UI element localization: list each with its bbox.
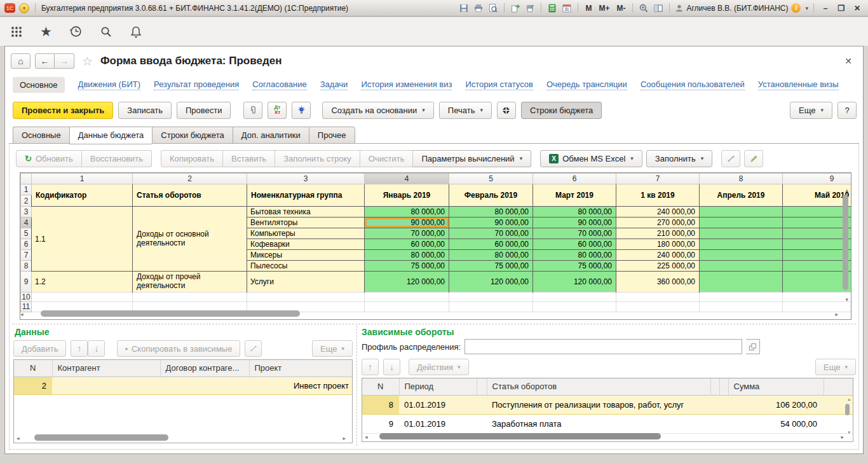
attachments-button[interactable]: [243, 102, 262, 119]
send-document-icon[interactable]: [510, 3, 521, 13]
more-button[interactable]: Еще▾: [790, 102, 832, 119]
close-window-button[interactable]: ✕: [851, 4, 864, 13]
nav-item-main[interactable]: Основное: [13, 77, 65, 93]
header-codifier[interactable]: Кодификатор: [32, 184, 133, 207]
codifier-cell[interactable]: 1.2: [32, 272, 133, 293]
restore-button[interactable]: ❐: [835, 4, 848, 13]
scroll-thumb[interactable]: [34, 434, 168, 441]
favorite-star-icon[interactable]: ☆: [82, 54, 93, 69]
info-dropdown-icon[interactable]: ▾: [805, 5, 808, 11]
post-and-close-button[interactable]: Провести и закрыть: [13, 102, 113, 119]
memory-minus-button[interactable]: М-: [614, 4, 627, 13]
grid-menu-icon[interactable]: [10, 25, 23, 38]
budget-lines-button[interactable]: Строки бюджета: [521, 102, 602, 119]
nav-link-user-messages[interactable]: Сообщения пользователей: [641, 79, 745, 90]
zoom-icon[interactable]: [638, 3, 649, 13]
scroll-thumb[interactable]: [41, 310, 300, 317]
home-button[interactable]: ⌂: [11, 53, 31, 69]
nav-link-visa-history[interactable]: История изменения виз: [361, 79, 452, 90]
actions-button[interactable]: Действия▾: [409, 359, 469, 375]
header-article[interactable]: Статья оборотов: [133, 184, 247, 207]
create-based-on-button[interactable]: Создать на основании▾: [322, 102, 433, 119]
add-button[interactable]: Добавить: [13, 340, 66, 357]
fill-button[interactable]: Заполнить▾: [646, 150, 712, 167]
save-icon[interactable]: [458, 3, 470, 13]
swap-button[interactable]: [721, 150, 740, 167]
scroll-thumb[interactable]: [843, 195, 848, 290]
move-down-button[interactable]: ↓: [88, 340, 105, 357]
copy-to-dependent-button[interactable]: ▸ Скопировать в зависимые: [117, 340, 240, 357]
header-feb[interactable]: Февраль 2019: [449, 184, 533, 207]
move-up-button[interactable]: ↑: [362, 359, 379, 375]
header-apr[interactable]: Апрель 2019: [700, 184, 783, 207]
sheet-vertical-scrollbar[interactable]: ▴ ▾: [843, 195, 849, 295]
dependent-table[interactable]: N Период Статья оборотов Сумма 8 01.01.2…: [362, 378, 853, 442]
move-up-button[interactable]: ↑: [71, 340, 88, 357]
nav-link-movements[interactable]: Движения (БИТ): [78, 79, 140, 90]
paste-button[interactable]: Вставить: [223, 150, 275, 167]
selected-cell[interactable]: 90 000,00: [365, 218, 449, 228]
sheet-horizontal-scrollbar[interactable]: ◂ ▸: [24, 310, 834, 317]
history-icon[interactable]: [69, 25, 83, 38]
splitter[interactable]: [12, 324, 856, 324]
help-button[interactable]: ?: [837, 102, 857, 119]
article-cell[interactable]: Доходы от основной деятельности: [133, 207, 247, 272]
forward-button[interactable]: →: [55, 53, 74, 69]
main-menu-button[interactable]: ▾: [19, 3, 29, 13]
info-icon[interactable]: i: [791, 3, 801, 13]
calculator-icon[interactable]: [546, 3, 558, 13]
notifications-bell-icon[interactable]: [130, 25, 142, 38]
hint-button[interactable]: [292, 102, 311, 119]
move-down-button[interactable]: ↓: [383, 359, 400, 375]
header-q1[interactable]: 1 кв 2019: [616, 184, 700, 207]
nav-link-tasks[interactable]: Задачи: [320, 79, 348, 90]
write-button[interactable]: Записать: [118, 102, 172, 119]
back-button[interactable]: ←: [35, 53, 55, 69]
calc-params-button[interactable]: Параметры вычислений▾: [413, 150, 531, 167]
post-button[interactable]: Провести: [177, 102, 231, 119]
horizontal-scrollbar[interactable]: ◂ ▸: [370, 433, 839, 440]
edit-button[interactable]: [744, 150, 763, 167]
memory-button[interactable]: М: [583, 4, 593, 13]
dtkt-button[interactable]: ДтКт: [268, 102, 287, 119]
header-jan[interactable]: Январь 2019: [365, 184, 449, 207]
header-may[interactable]: Май 2019: [783, 184, 852, 207]
nav-link-approval[interactable]: Согласование: [252, 79, 306, 90]
split-view-icon[interactable]: [653, 3, 664, 13]
excel-exchange-button[interactable]: X Обмен MS Excel▾: [540, 150, 642, 167]
memory-plus-button[interactable]: М+: [597, 4, 611, 13]
tab-budget-lines[interactable]: Строки бюджета: [152, 127, 232, 144]
header-nomenclature[interactable]: Номенклатурная группа: [247, 184, 365, 207]
tab-budget-data[interactable]: Данные бюджета: [69, 127, 153, 144]
clear-button[interactable]: Очистить: [360, 150, 414, 167]
minimize-button[interactable]: –: [819, 4, 832, 13]
nav-link-post-result[interactable]: Результат проведения: [154, 79, 239, 90]
more-button[interactable]: Еще▾: [815, 359, 856, 375]
tab-other[interactable]: Прочее: [309, 127, 355, 144]
tab-main[interactable]: Основные: [13, 127, 69, 144]
vertical-scrollbar[interactable]: ▴ ▾: [845, 399, 851, 432]
close-form-icon[interactable]: ✕: [844, 56, 852, 66]
article-cell[interactable]: Доходы от прочей деятельности: [133, 272, 247, 293]
collapse-button[interactable]: [497, 102, 516, 119]
codifier-cell[interactable]: 1.1: [32, 207, 133, 272]
calendar-icon[interactable]: 31: [561, 3, 573, 13]
tab-extra-analytics[interactable]: Доп. аналитики: [233, 127, 309, 144]
scroll-thumb[interactable]: [379, 433, 661, 439]
fill-row-button[interactable]: Заполнить строку: [275, 150, 360, 167]
receive-document-icon[interactable]: [524, 3, 536, 13]
restore-button[interactable]: Восстановить: [82, 150, 152, 167]
nav-link-status-history[interactable]: История статусов: [465, 79, 533, 90]
nav-link-translation-queue[interactable]: Очередь трансляции: [546, 79, 627, 90]
splitter[interactable]: [356, 326, 357, 446]
scroll-thumb[interactable]: [845, 404, 850, 415]
swap-button[interactable]: [245, 340, 262, 357]
print-preview-icon[interactable]: [487, 3, 499, 13]
current-user[interactable]: Агличев В.В. (БИТ.ФИНАНС): [675, 4, 788, 13]
data-table[interactable]: N Контрагент Договор контраге... Проект …: [13, 359, 353, 443]
header-mar[interactable]: Март 2019: [533, 184, 616, 207]
refresh-button[interactable]: ↻ Обновить: [16, 150, 82, 167]
copy-button[interactable]: Копировать: [161, 150, 223, 167]
nav-link-set-visas[interactable]: Установленные визы: [758, 79, 839, 90]
print-menu-button[interactable]: Печать▾: [439, 102, 492, 119]
